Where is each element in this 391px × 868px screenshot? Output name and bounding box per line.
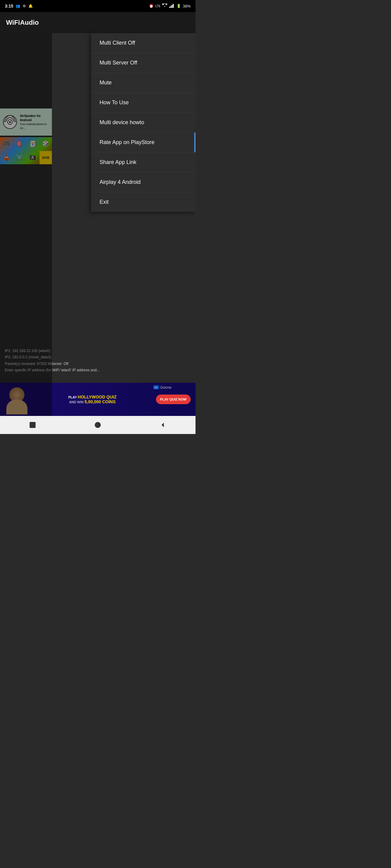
- app-title: WiFiAudio: [6, 19, 39, 27]
- quiz-coins: 5,00,000 COINS: [84, 399, 116, 404]
- signal-icon: [169, 4, 175, 9]
- nav-recents-button[interactable]: [159, 421, 167, 429]
- svg-text:LTE: LTE: [156, 4, 160, 8]
- wifi-icon: [162, 4, 167, 9]
- svg-rect-8: [30, 422, 35, 428]
- status-time: 3:15: [5, 4, 13, 8]
- nav-back-button[interactable]: [29, 421, 36, 429]
- menu-item-mute[interactable]: Mute: [91, 73, 196, 93]
- menu-item-multi-device-howto[interactable]: Multi device howto: [91, 113, 196, 133]
- battery-percent: 38%: [183, 4, 191, 8]
- team-icon: 👥: [16, 4, 20, 8]
- nav-bar: [0, 416, 196, 434]
- svg-rect-3: [172, 5, 173, 8]
- alarm-icon: ⏰: [149, 4, 153, 8]
- status-bar: 3:15 👥 ⚙ 🔔 ⏰ LTE: [0, 0, 196, 12]
- quiz-brand-logo: Qz: [153, 385, 159, 390]
- quiz-title: HOLLYWOOD QUIZ: [78, 395, 117, 399]
- dropdown-menu: Multi Client Off Multi Server Off Mute H…: [91, 33, 196, 212]
- menu-item-rate-app[interactable]: Rate App on PlayStore: [91, 133, 196, 153]
- status-left: 3:15 👥 ⚙ 🔔: [5, 4, 33, 8]
- battery-icon: 🔋: [176, 4, 181, 8]
- lte-icon: LTE: [156, 4, 160, 9]
- menu-overlay[interactable]: [0, 33, 52, 416]
- settings-icon: ⚙: [23, 4, 26, 8]
- screen: 3:15 👥 ⚙ 🔔 ⏰ LTE: [0, 0, 196, 434]
- app-bar: WiFiAudio: [0, 12, 196, 33]
- status-right: ⏰ LTE 🔋 38%: [149, 4, 191, 9]
- menu-item-exit[interactable]: Exit: [91, 192, 196, 212]
- menu-item-multi-server-off[interactable]: Multi Server Off: [91, 53, 196, 73]
- svg-rect-4: [173, 4, 174, 8]
- menu-item-multi-client-off[interactable]: Multi Client Off: [91, 33, 196, 53]
- content-area: AirSpeaker for Android Turn Android phon…: [0, 33, 196, 416]
- menu-item-how-to-use[interactable]: How To Use: [91, 93, 196, 113]
- svg-point-9: [95, 422, 101, 428]
- menu-item-airplay-android[interactable]: Airplay 4 Android: [91, 173, 196, 192]
- quiz-brand-block: Qz Quizzop: [153, 385, 171, 390]
- menu-item-share-app-link[interactable]: Share App Link: [91, 153, 196, 173]
- quiz-brand-name: Quizzop: [160, 386, 171, 389]
- svg-rect-1: [169, 7, 170, 8]
- notification-icon: 🔔: [28, 4, 33, 8]
- nav-home-button[interactable]: [94, 421, 102, 429]
- svg-rect-2: [170, 6, 171, 8]
- quiz-play-button[interactable]: PLAY QUIZ NOW: [156, 395, 191, 404]
